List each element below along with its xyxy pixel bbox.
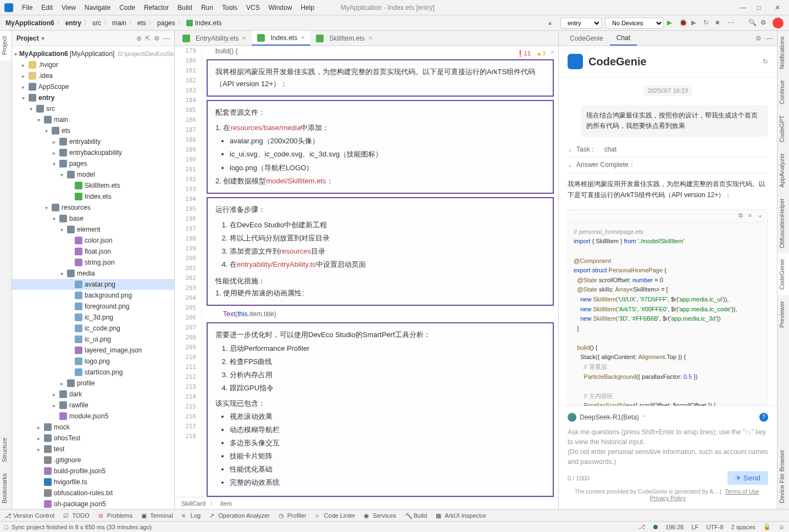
tree-modulejson[interactable]: module.json5 [12, 411, 174, 422]
run-config-select[interactable]: entry [560, 18, 602, 29]
insert-icon[interactable]: ≡ [748, 212, 752, 220]
crumb-ets[interactable]: ets [137, 19, 146, 27]
error-count[interactable]: ❗11 [516, 48, 531, 58]
tree-floatjson[interactable]: float.json [12, 246, 174, 257]
crumb-item[interactable]: item [220, 500, 232, 507]
tree-stringjson[interactable]: string.json [12, 257, 174, 268]
menu-tools[interactable]: Tools [218, 4, 242, 12]
warn-count[interactable]: ▲3 [536, 48, 546, 58]
chat-body[interactable]: 2025/3/7 18:23 现在结合鸿蒙最佳实践，按照你的设计，帮我生成这个首… [559, 77, 777, 406]
tree-avatar[interactable]: avatar.png [12, 279, 174, 290]
tree-obfuscation[interactable]: obfuscation-rules.txt [12, 488, 174, 499]
tree-test[interactable]: ▸test [12, 444, 174, 455]
tree-entrybackup[interactable]: ▸entrybackupability [12, 147, 174, 158]
select-opened-icon[interactable]: ⇱ [145, 35, 151, 42]
copy-icon[interactable]: ⧉ [738, 212, 743, 220]
sidebar-tab-bookmarks[interactable]: Bookmarks [0, 468, 12, 509]
bottom-codelinter[interactable]: ⟐Code Linter [315, 512, 355, 519]
privacy-link[interactable]: Privacy Policy [650, 495, 686, 501]
tree-hvigorfile[interactable]: hvigorfile.ts [12, 477, 174, 488]
tree-layered[interactable]: layered_image.json [12, 345, 174, 356]
sidebar-tab-appanalyzer[interactable]: AppAnalyzer [777, 148, 789, 193]
menu-code[interactable]: Code [115, 4, 140, 12]
tree-background[interactable]: background.png [12, 290, 174, 301]
editor-content[interactable]: 1791801811821831841851861871881891901911… [175, 46, 558, 497]
tree-media[interactable]: ▾media [12, 268, 174, 279]
code-content[interactable]: // personal_homepage.ets import { SkillI… [568, 223, 768, 406]
tree-hvigor[interactable]: ▸.hvigor [12, 59, 174, 70]
bottom-log[interactable]: ≡Log [182, 512, 201, 519]
close-icon[interactable]: ✕ [242, 35, 246, 41]
crumb-main[interactable]: main [112, 19, 126, 27]
tree-buildprofile[interactable]: build-profile.json5 [12, 466, 174, 477]
search-icon[interactable]: 🔍 [748, 19, 757, 27]
tree-ets[interactable]: ▾ets [12, 125, 174, 136]
menu-navigate[interactable]: Navigate [80, 4, 115, 12]
tree-colorjson[interactable]: color.json [12, 235, 174, 246]
sidebar-tab-codegpt[interactable]: CodeGPT [777, 110, 789, 148]
tab-index[interactable]: Index.ets✕ [252, 31, 310, 46]
stop-icon[interactable]: ■ [715, 19, 724, 27]
tree-root[interactable]: ▾MyApplication6 [MyApplication]D:\projec… [12, 48, 174, 59]
crumb-project[interactable]: MyApplication6 [5, 19, 54, 27]
tree-icui[interactable]: ic_ui.png [12, 334, 174, 345]
project-tree[interactable]: ▾MyApplication6 [MyApplication]D:\projec… [12, 46, 174, 509]
answer-collapse[interactable]: ⌄Answer Complete： [568, 157, 768, 173]
sidebar-tab-obfuscation[interactable]: ObfuscationHelper [777, 193, 789, 254]
new-file-icon[interactable]: ＋ [757, 212, 763, 220]
tree-skillitem-file[interactable]: SkillItem.ets [12, 180, 174, 191]
minimize-button[interactable]: — [740, 4, 747, 12]
menu-vcs[interactable]: VCS [242, 4, 264, 12]
tab-codegenie[interactable]: CodeGenie [563, 31, 610, 46]
close-icon[interactable]: ✕ [301, 35, 305, 41]
tree-gitignore[interactable]: .gitignore [12, 455, 174, 466]
git-icon[interactable]: ⎇ [638, 523, 646, 530]
help-icon[interactable]: ? [759, 413, 768, 422]
send-button[interactable]: ✈Send [727, 471, 768, 485]
sad-icon[interactable]: ☺ [779, 524, 785, 530]
attach-icon[interactable]: ↻ [703, 19, 712, 27]
tree-starticon[interactable]: startIcon.png [12, 367, 174, 378]
bottom-problems[interactable]: ⊘Problems [98, 512, 132, 519]
gear-icon[interactable]: ⚙ [755, 35, 762, 42]
tree-profile[interactable]: ▸profile [12, 378, 174, 389]
tree-appscope[interactable]: ▸AppScope [12, 81, 174, 92]
gear-icon[interactable]: ⚙ [154, 35, 160, 42]
encoding[interactable]: UTF-8 [707, 524, 724, 530]
maximize-button[interactable]: □ [757, 4, 765, 12]
menu-window[interactable]: Window [264, 4, 297, 12]
sidebar-tab-notifications[interactable]: Notifications [777, 31, 789, 75]
bottom-version-control[interactable]: ⎇Version Control [4, 512, 54, 519]
run-icon[interactable]: ▶ [667, 19, 676, 27]
indent[interactable]: 2 spaces [731, 524, 755, 530]
task-collapse[interactable]: ⌄Task : chat [568, 142, 768, 157]
close-button[interactable]: ✕ [775, 4, 782, 12]
crumb-pages[interactable]: pages [157, 19, 175, 27]
crumb-skillcard[interactable]: SkillCard [181, 500, 205, 507]
bottom-todo[interactable]: ☑TODO [63, 512, 90, 519]
tree-iccode[interactable]: ic_code.png [12, 323, 174, 334]
caret-pos[interactable]: 196:26 [665, 524, 684, 530]
bottom-services[interactable]: ◉Services [364, 512, 396, 519]
tree-ic3d[interactable]: ic_3d.png [12, 312, 174, 323]
menu-file[interactable]: File [18, 4, 37, 12]
menu-run[interactable]: Run [197, 4, 218, 12]
crumb-file[interactable]: Index.ets [186, 19, 222, 27]
avatar-icon[interactable] [773, 18, 784, 29]
sidebar-tab-previewer[interactable]: Previewer [777, 295, 789, 333]
close-icon[interactable]: ✕ [368, 35, 373, 41]
tree-base[interactable]: ▾base [12, 213, 174, 224]
tree-entry[interactable]: ▾entry [12, 92, 174, 103]
sidebar-tab-continue[interactable]: Continue [777, 75, 789, 110]
tree-ohpackage[interactable]: oh-package.json5 [12, 499, 174, 509]
line-ending[interactable]: LF [692, 524, 699, 530]
menu-view[interactable]: View [57, 4, 80, 12]
crumb-src[interactable]: src [92, 19, 101, 27]
tree-src[interactable]: ▾src [12, 103, 174, 114]
hammer-icon[interactable]: ▴ [548, 19, 557, 27]
tab-skillitem[interactable]: SkillItem.ets✕ [310, 31, 378, 46]
tos-link[interactable]: Terms of Use [725, 488, 759, 495]
tree-idea[interactable]: ▸.idea [12, 70, 174, 81]
collapse-icon[interactable]: ⊕ [136, 35, 142, 42]
tree-model[interactable]: ▾model [12, 169, 174, 180]
